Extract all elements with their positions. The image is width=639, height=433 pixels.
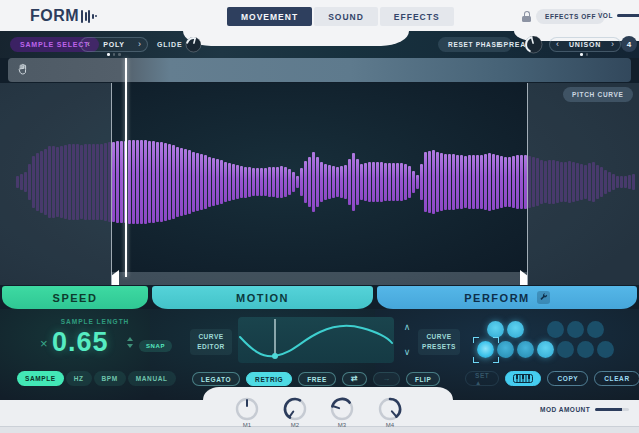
waveform-bar bbox=[168, 144, 171, 220]
waveform-bar bbox=[324, 164, 327, 201]
waveform-bar bbox=[76, 144, 79, 219]
waveform-bar bbox=[424, 152, 427, 212]
snap-button[interactable]: SNAP bbox=[139, 340, 172, 352]
waveform-bar bbox=[196, 153, 199, 211]
unison-prev-icon[interactable]: ‹ bbox=[550, 40, 565, 49]
flip-button[interactable]: FLIP bbox=[406, 372, 440, 386]
waveform-bar bbox=[132, 140, 135, 224]
perform-pad[interactable] bbox=[517, 341, 534, 358]
macro-knob-m4[interactable] bbox=[377, 396, 403, 422]
waveform-bar bbox=[568, 161, 571, 203]
unison-voices-badge[interactable]: 4 bbox=[621, 36, 637, 52]
tab-effects[interactable]: EFFECTS bbox=[380, 7, 454, 26]
waveform-bar bbox=[600, 167, 603, 197]
clear-button[interactable]: CLEAR bbox=[594, 371, 639, 386]
waveform-bar bbox=[32, 156, 35, 208]
waveform-bar bbox=[116, 141, 119, 222]
value-stepper[interactable] bbox=[127, 337, 133, 348]
tab-sound[interactable]: SOUND bbox=[314, 7, 378, 26]
selection-end-line[interactable] bbox=[527, 83, 528, 285]
waveform-bar bbox=[384, 163, 387, 201]
speed-section-header[interactable]: SPEED bbox=[2, 286, 148, 309]
perform-pad[interactable] bbox=[567, 321, 584, 338]
perform-section-header[interactable]: PERFORM bbox=[377, 286, 637, 309]
waveform-bar bbox=[548, 160, 551, 203]
free-button[interactable]: FREE bbox=[298, 372, 336, 386]
motion-curve-display[interactable] bbox=[238, 317, 394, 363]
waveform-bar bbox=[496, 155, 499, 210]
mode-sample-button[interactable]: SAMPLE bbox=[17, 371, 64, 386]
curve-down-icon[interactable]: ∨ bbox=[404, 348, 411, 357]
waveform-bar bbox=[88, 144, 91, 221]
waveform-bar bbox=[580, 164, 583, 200]
waveform-bar bbox=[44, 149, 47, 216]
waveform-bar bbox=[224, 162, 227, 203]
legato-button[interactable]: LEGATO bbox=[192, 372, 240, 386]
unison-next-icon[interactable]: › bbox=[605, 40, 620, 49]
waveform-bar bbox=[16, 176, 19, 188]
waveform-bar bbox=[300, 168, 303, 195]
poly-next-icon[interactable]: › bbox=[132, 40, 147, 49]
waveform-bar bbox=[356, 159, 359, 206]
macro-knob-m1[interactable] bbox=[234, 396, 260, 422]
motion-section-header[interactable]: MOTION bbox=[152, 286, 373, 309]
poly-prev-icon[interactable]: ‹ bbox=[81, 40, 96, 49]
perform-pad[interactable] bbox=[497, 341, 514, 358]
curve-presets-button[interactable]: CURVE PRESETS bbox=[418, 329, 460, 355]
waveform-bar bbox=[508, 157, 511, 208]
glide-knob[interactable] bbox=[185, 36, 202, 53]
perform-pad[interactable] bbox=[537, 341, 554, 358]
mode-manual-button[interactable]: MANUAL bbox=[128, 371, 176, 386]
waveform-bar bbox=[336, 167, 339, 197]
macro-knob-m3[interactable] bbox=[329, 396, 355, 422]
poly-selector[interactable]: ‹ POLY › bbox=[80, 37, 148, 52]
waveform-bar bbox=[604, 170, 607, 195]
waveform-bar bbox=[80, 145, 83, 219]
effects-off-button[interactable]: EFFECTS OFF bbox=[536, 9, 605, 24]
waveform-bar bbox=[396, 163, 399, 201]
mode-bpm-button[interactable]: BPM bbox=[94, 371, 126, 386]
mod-amount-slider[interactable] bbox=[595, 408, 629, 411]
perform-pad[interactable] bbox=[577, 341, 594, 358]
pitch-curve-button[interactable]: PITCH CURVE bbox=[563, 87, 633, 102]
spread-knob[interactable] bbox=[524, 35, 543, 54]
macro-knob-m2[interactable] bbox=[282, 396, 308, 422]
mode-hz-button[interactable]: HZ bbox=[66, 371, 92, 386]
waveform-bar bbox=[112, 142, 115, 223]
retrig-button[interactable]: RETRIG bbox=[246, 372, 292, 386]
sample-scrubber[interactable] bbox=[8, 58, 631, 82]
perform-pad[interactable] bbox=[477, 341, 494, 358]
waveform-bar bbox=[36, 153, 39, 210]
selection-start-line[interactable] bbox=[111, 83, 112, 285]
wrench-icon[interactable] bbox=[537, 291, 550, 304]
waveform-bars bbox=[0, 83, 639, 285]
tab-movement[interactable]: MOVEMENT bbox=[227, 7, 312, 26]
waveform-bar bbox=[92, 144, 95, 220]
curve-editor-button[interactable]: CURVE EDITOR bbox=[190, 329, 232, 355]
playhead-line[interactable] bbox=[125, 58, 127, 277]
waveform-bar bbox=[240, 166, 243, 198]
oneshot-button[interactable]: → bbox=[373, 372, 400, 386]
perform-pad[interactable] bbox=[557, 341, 574, 358]
perform-pad[interactable] bbox=[547, 321, 564, 338]
set-button[interactable]: SET ▲ bbox=[465, 371, 499, 386]
unison-selector[interactable]: ‹ UNISON › bbox=[549, 37, 621, 52]
waveform-bar bbox=[632, 174, 635, 190]
waveform-bar bbox=[452, 154, 455, 209]
lock-icon[interactable] bbox=[522, 11, 531, 22]
motion-mode-buttons: LEGATO RETRIG FREE ⇄ → FLIP bbox=[192, 372, 440, 386]
perform-pad[interactable] bbox=[507, 321, 524, 338]
volume-slider[interactable] bbox=[617, 14, 639, 17]
copy-button[interactable]: COPY bbox=[547, 371, 588, 386]
curve-up-icon[interactable]: ∧ bbox=[404, 323, 411, 332]
perform-pad[interactable] bbox=[587, 321, 604, 338]
poly-page-dots bbox=[107, 53, 121, 56]
waveform-bar bbox=[20, 174, 23, 190]
loop-button[interactable]: ⇄ bbox=[342, 372, 367, 386]
keyboard-mode-button[interactable] bbox=[505, 371, 541, 386]
waveform-bar bbox=[556, 161, 559, 203]
perform-pad[interactable] bbox=[487, 321, 504, 338]
waveform-bar bbox=[380, 162, 383, 202]
sample-length-value[interactable]: 0.65 bbox=[52, 327, 109, 358]
perform-pad[interactable] bbox=[597, 341, 614, 358]
